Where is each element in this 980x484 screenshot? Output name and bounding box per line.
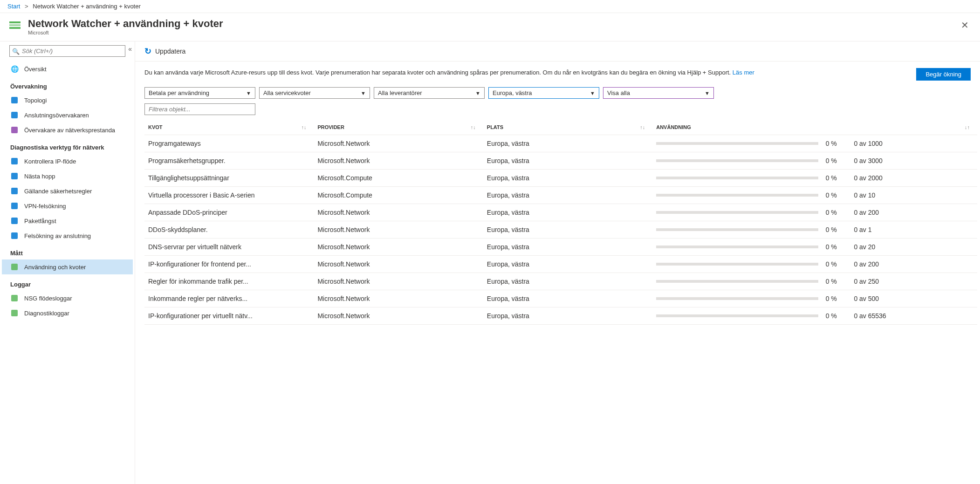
quota-select[interactable]: Alla servicekvoter▼ bbox=[259, 87, 370, 99]
cell-usage-text: 0 av 1 bbox=[850, 221, 977, 239]
nav-item[interactable]: Kontrollera IP-flöde bbox=[2, 154, 133, 169]
nav-item[interactable]: Diagnostikloggar bbox=[2, 306, 133, 320]
cell-usage-bar bbox=[652, 152, 822, 170]
cell-location: Europa, västra bbox=[483, 290, 652, 307]
nav-item[interactable]: Nästa hopp bbox=[2, 169, 133, 184]
cell-usage-pct: 0 % bbox=[822, 256, 850, 273]
table-row[interactable]: Anpassade DDoS-principerMicrosoft.Networ… bbox=[144, 204, 977, 221]
learn-more-link[interactable]: Läs mer bbox=[733, 69, 754, 76]
cell-usage-text: 0 av 3000 bbox=[850, 152, 977, 170]
sort-icon: ↓↑ bbox=[965, 124, 970, 130]
progress-bar bbox=[656, 228, 818, 231]
col-usage[interactable]: ANVÄNDNING↓↑ bbox=[652, 120, 977, 135]
refresh-button[interactable]: ↻ Uppdatera bbox=[144, 46, 185, 56]
table-row[interactable]: Inkommande regler per nätverks...Microso… bbox=[144, 290, 977, 307]
nav-item-label: NSG flödesloggar bbox=[24, 295, 72, 302]
connection-troubleshoot-icon bbox=[10, 232, 19, 240]
show-select[interactable]: Visa alla▼ bbox=[603, 87, 714, 99]
nav-item[interactable]: Paketfångst bbox=[2, 213, 133, 228]
cell-usage-text: 0 av 250 bbox=[850, 273, 977, 290]
table-row[interactable]: DNS-servrar per virtuellt nätverkMicroso… bbox=[144, 239, 977, 256]
cell-usage-bar bbox=[652, 290, 822, 307]
table-row[interactable]: Regler för inkommande trafik per...Micro… bbox=[144, 273, 977, 290]
progress-bar bbox=[656, 245, 818, 248]
cell-quota: Virtuella processorer i Basic A-serien bbox=[144, 187, 314, 204]
provider-select[interactable]: Alla leverantörer▼ bbox=[374, 87, 485, 99]
table-row[interactable]: DDoS-skyddsplaner.Microsoft.NetworkEurop… bbox=[144, 221, 977, 239]
resource-icon bbox=[7, 18, 22, 33]
next-hop-icon bbox=[10, 172, 19, 180]
cell-provider: Microsoft.Network bbox=[314, 239, 483, 256]
vpn-troubleshoot-icon bbox=[10, 202, 19, 210]
svg-rect-10 bbox=[11, 218, 18, 224]
quota-table[interactable]: KVOT↑↓ PROVIDER↑↓ PLATS↑↓ ANVÄNDNING↓↑ P… bbox=[144, 120, 977, 484]
cell-provider: Microsoft.Network bbox=[314, 204, 483, 221]
cell-usage-pct: 0 % bbox=[822, 273, 850, 290]
progress-bar bbox=[656, 314, 818, 317]
cell-usage-pct: 0 % bbox=[822, 290, 850, 307]
ip-flow-icon bbox=[10, 157, 19, 165]
close-button[interactable]: ✕ bbox=[957, 18, 973, 33]
cell-usage-pct: 0 % bbox=[822, 135, 850, 152]
table-row[interactable]: ProgramgatewaysMicrosoft.NetworkEuropa, … bbox=[144, 135, 977, 152]
nav-item[interactable]: Övervakare av nätverksprestanda bbox=[2, 123, 133, 137]
table-row[interactable]: Virtuella processorer i Basic A-serienMi… bbox=[144, 187, 977, 204]
nav-item-label: Nästa hopp bbox=[24, 173, 55, 180]
region-select[interactable]: Europa, västra▼ bbox=[488, 87, 599, 99]
cell-quota: Anpassade DDoS-principer bbox=[144, 204, 314, 221]
cell-usage-pct: 0 % bbox=[822, 170, 850, 187]
cell-usage-bar bbox=[652, 221, 822, 239]
cell-location: Europa, västra bbox=[483, 221, 652, 239]
nav-item[interactable]: Anslutningsövervakaren bbox=[2, 108, 133, 123]
progress-bar bbox=[656, 280, 818, 283]
nav-item[interactable]: Användning och kvoter bbox=[2, 259, 133, 274]
nav-label: Översikt bbox=[24, 66, 47, 73]
cell-usage-bar bbox=[652, 135, 822, 152]
svg-rect-4 bbox=[11, 112, 18, 118]
col-location[interactable]: PLATS↑↓ bbox=[483, 120, 652, 135]
progress-bar bbox=[656, 297, 818, 300]
cell-location: Europa, västra bbox=[483, 239, 652, 256]
cell-usage-pct: 0 % bbox=[822, 152, 850, 170]
cell-location: Europa, västra bbox=[483, 307, 652, 325]
table-row[interactable]: TillgänglighetsuppsättningarMicrosoft.Co… bbox=[144, 170, 977, 187]
request-increase-button[interactable]: Begär ökning bbox=[916, 68, 971, 81]
col-quota[interactable]: KVOT↑↓ bbox=[144, 120, 314, 135]
cell-location: Europa, västra bbox=[483, 204, 652, 221]
collapse-sidebar-button[interactable]: « bbox=[127, 44, 133, 54]
refresh-label: Uppdatera bbox=[155, 48, 185, 55]
cell-quota: Programgateways bbox=[144, 135, 314, 152]
subscription-select[interactable]: Betala per användning▼ bbox=[144, 87, 255, 99]
cell-provider: Microsoft.Network bbox=[314, 290, 483, 307]
cell-provider: Microsoft.Network bbox=[314, 273, 483, 290]
progress-bar bbox=[656, 263, 818, 266]
cell-usage-text: 0 av 200 bbox=[850, 204, 977, 221]
cell-location: Europa, västra bbox=[483, 152, 652, 170]
cell-usage-bar bbox=[652, 170, 822, 187]
table-row[interactable]: Programsäkerhetsgrupper.Microsoft.Networ… bbox=[144, 152, 977, 170]
breadcrumb-root[interactable]: Start bbox=[7, 3, 20, 10]
cell-location: Europa, västra bbox=[483, 170, 652, 187]
progress-bar bbox=[656, 177, 818, 179]
table-row[interactable]: IP-konfigurationer per virtuellt nätv...… bbox=[144, 307, 977, 325]
nav-overview[interactable]: 🌐 Översikt bbox=[2, 61, 133, 76]
nav-item[interactable]: NSG flödesloggar bbox=[2, 291, 133, 306]
cell-provider: Microsoft.Network bbox=[314, 256, 483, 273]
nav-item[interactable]: Gällande säkerhetsregler bbox=[2, 184, 133, 198]
cell-usage-pct: 0 % bbox=[822, 204, 850, 221]
page-subtitle: Microsoft bbox=[28, 30, 223, 35]
svg-rect-0 bbox=[9, 21, 21, 23]
nav-item[interactable]: Topologi bbox=[2, 93, 133, 108]
cell-location: Europa, västra bbox=[483, 273, 652, 290]
table-row[interactable]: IP-konfigurationer för frontend per...Mi… bbox=[144, 256, 977, 273]
sidebar: « 🔍 🌐 Översikt ÖvervakningTopologiAnslut… bbox=[0, 41, 135, 484]
sort-icon: ↑↓ bbox=[301, 124, 306, 130]
sidebar-search-input[interactable] bbox=[9, 45, 125, 57]
nav-item[interactable]: Felsökning av anslutning bbox=[2, 228, 133, 243]
svg-rect-12 bbox=[11, 264, 18, 270]
nav-item[interactable]: VPN-felsökning bbox=[2, 198, 133, 213]
col-provider[interactable]: PROVIDER↑↓ bbox=[314, 120, 483, 135]
cell-usage-bar bbox=[652, 273, 822, 290]
cell-location: Europa, västra bbox=[483, 256, 652, 273]
filter-input[interactable] bbox=[144, 103, 255, 115]
